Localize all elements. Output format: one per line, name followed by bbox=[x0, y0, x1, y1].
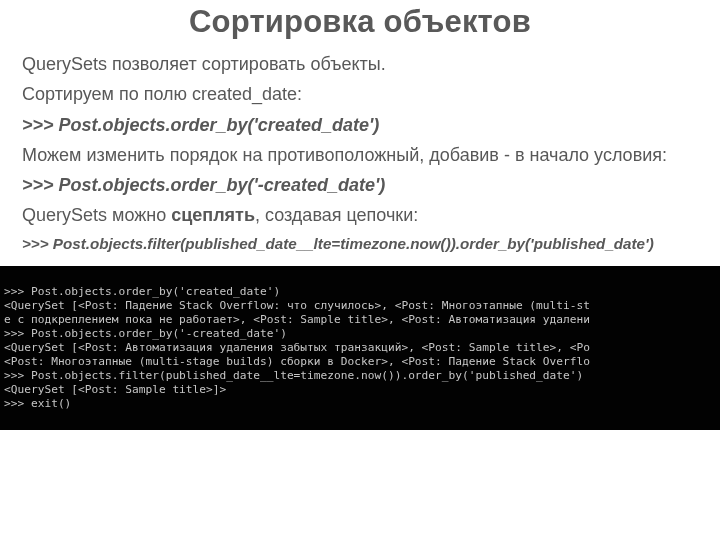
slide-title: Сортировка объектов bbox=[18, 4, 702, 40]
text-querysets: QuerySets bbox=[22, 54, 112, 74]
terminal-line: >>> exit() bbox=[4, 397, 71, 410]
terminal-line: >>> Post.objects.filter(published_date__… bbox=[4, 369, 583, 382]
terminal-line: <QuerySet [<Post: Sample title>]> bbox=[4, 383, 226, 396]
text-line-2: Сортируем по полю created_date: bbox=[22, 82, 702, 106]
text-line-4: QuerySets можно сцеплять, создавая цепоч… bbox=[22, 203, 702, 227]
code-example-3: >>> Post.objects.filter(published_date__… bbox=[22, 234, 702, 255]
terminal-line: <QuerySet [<Post: Автоматизация удаления… bbox=[4, 341, 590, 354]
text-line-1b: позволяет сортировать объекты. bbox=[112, 54, 386, 74]
text-line-4a: QuerySets можно bbox=[22, 205, 171, 225]
terminal-line: <QuerySet [<Post: Падение Stack Overflow… bbox=[4, 299, 590, 312]
slide-root: Сортировка объектов QuerySets позволяет … bbox=[0, 4, 720, 540]
terminal-line: <Post: Многоэтапные (multi-stage builds)… bbox=[4, 355, 590, 368]
slide-body: QuerySets позволяет сортировать объекты.… bbox=[18, 52, 702, 254]
code-example-1: >>> Post.objects.order_by('created_date'… bbox=[22, 113, 702, 137]
text-line-4b: , создавая цепочки: bbox=[255, 205, 418, 225]
text-line-1: QuerySets позволяет сортировать объекты. bbox=[22, 52, 702, 76]
terminal-line: е с подкреплением пока не работает>, <Po… bbox=[4, 313, 590, 326]
terminal-line: >>> Post.objects.order_by('-created_date… bbox=[4, 327, 287, 340]
terminal-line: >>> Post.objects.order_by('created_date'… bbox=[4, 285, 280, 298]
text-line-3: Можем изменить порядок на противоположны… bbox=[22, 143, 702, 167]
code-example-2: >>> Post.objects.order_by('-created_date… bbox=[22, 173, 702, 197]
text-chain-bold: сцеплять bbox=[171, 205, 255, 225]
terminal-output: >>> Post.objects.order_by('created_date'… bbox=[0, 266, 720, 430]
